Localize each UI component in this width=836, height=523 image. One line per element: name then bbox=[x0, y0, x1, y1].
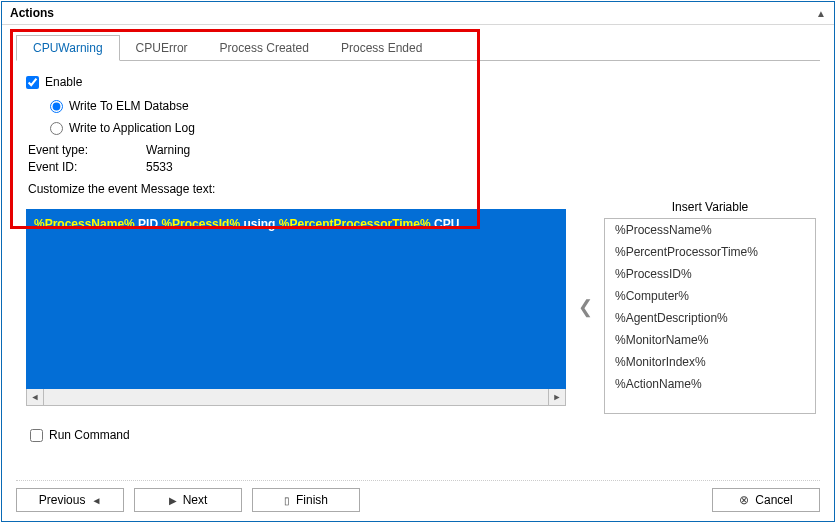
radio-applog-label: Write to Application Log bbox=[69, 121, 195, 135]
event-type-value: Warning bbox=[146, 143, 816, 157]
tab-cpuwarning[interactable]: CPUWarning bbox=[16, 35, 120, 61]
actions-panel: Actions ▲ CPUWarning CPUError Process Cr… bbox=[1, 1, 835, 522]
radio-elm-row[interactable]: Write To ELM Databse bbox=[50, 99, 816, 113]
message-wrap: %ProcessName% PID %ProcessId% using %Per… bbox=[26, 209, 566, 406]
message-variable: %PercentProcessorTime% bbox=[279, 217, 431, 231]
event-id-label: Event ID: bbox=[28, 160, 128, 174]
previous-icon: ◄ bbox=[91, 495, 101, 506]
panel-title: Actions bbox=[10, 6, 54, 20]
finish-icon: ▯ bbox=[284, 495, 290, 506]
variable-item[interactable]: %Computer% bbox=[605, 285, 815, 307]
insert-variable-arrow-icon[interactable]: ❮ bbox=[574, 296, 596, 318]
tabs-row: CPUWarning CPUError Process Created Proc… bbox=[16, 35, 820, 61]
variable-item[interactable]: %ProcessName% bbox=[605, 219, 815, 241]
message-text: PID bbox=[135, 217, 162, 231]
panel-content: CPUWarning CPUError Process Created Proc… bbox=[2, 25, 834, 520]
tab-cpuerror[interactable]: CPUError bbox=[120, 36, 204, 60]
tab-process-ended[interactable]: Process Ended bbox=[325, 36, 438, 60]
cancel-icon: ⊗ bbox=[739, 493, 749, 507]
message-variable: %ProcessName% bbox=[34, 217, 135, 231]
variable-item[interactable]: %ActionName% bbox=[605, 373, 815, 395]
variable-item[interactable]: %MonitorIndex% bbox=[605, 351, 815, 373]
run-command-label: Run Command bbox=[49, 428, 130, 442]
message-text: using bbox=[240, 217, 279, 231]
variable-item[interactable]: %AgentDescription% bbox=[605, 307, 815, 329]
next-label: Next bbox=[183, 493, 208, 507]
enable-checkbox-row[interactable]: Enable bbox=[26, 75, 816, 89]
variable-item[interactable]: %ProcessID% bbox=[605, 263, 815, 285]
event-type-label: Event type: bbox=[28, 143, 128, 157]
write-target-group: Write To ELM Databse Write to Applicatio… bbox=[26, 99, 816, 135]
insert-variable-title: Insert Variable bbox=[604, 200, 816, 214]
customize-label: Customize the event Message text: bbox=[28, 182, 816, 196]
tab-process-created[interactable]: Process Created bbox=[204, 36, 325, 60]
radio-elm[interactable] bbox=[50, 100, 63, 113]
horizontal-scrollbar[interactable]: ◄ ► bbox=[26, 389, 566, 406]
radio-elm-label: Write To ELM Databse bbox=[69, 99, 189, 113]
next-icon: ▶ bbox=[169, 495, 177, 506]
scroll-right-icon[interactable]: ► bbox=[548, 389, 565, 405]
message-text: CPU bbox=[431, 217, 460, 231]
button-spacer bbox=[370, 488, 702, 512]
cancel-button[interactable]: ⊗ Cancel bbox=[712, 488, 820, 512]
form-area: Enable Write To ELM Databse Write to App… bbox=[16, 61, 820, 444]
run-command-checkbox[interactable] bbox=[30, 429, 43, 442]
enable-label: Enable bbox=[45, 75, 82, 89]
event-id-value: 5533 bbox=[146, 160, 816, 174]
previous-button[interactable]: Previous ◄ bbox=[16, 488, 124, 512]
event-info-grid: Event type: Warning Event ID: 5533 bbox=[28, 143, 816, 174]
variable-panel: Insert Variable %ProcessName%%PercentPro… bbox=[604, 200, 816, 414]
panel-header: Actions ▲ bbox=[2, 2, 834, 25]
scroll-left-icon[interactable]: ◄ bbox=[27, 389, 44, 405]
next-button[interactable]: ▶ Next bbox=[134, 488, 242, 512]
scroll-track[interactable] bbox=[44, 389, 548, 405]
cancel-label: Cancel bbox=[755, 493, 792, 507]
finish-label: Finish bbox=[296, 493, 328, 507]
previous-label: Previous bbox=[39, 493, 86, 507]
variable-item[interactable]: %MonitorName% bbox=[605, 329, 815, 351]
message-textbox[interactable]: %ProcessName% PID %ProcessId% using %Per… bbox=[26, 209, 566, 389]
run-command-row[interactable]: Run Command bbox=[30, 428, 816, 442]
message-editor-row: %ProcessName% PID %ProcessId% using %Per… bbox=[26, 200, 816, 414]
collapse-icon[interactable]: ▲ bbox=[816, 8, 826, 19]
variable-list[interactable]: %ProcessName%%PercentProcessorTime%%Proc… bbox=[604, 218, 816, 414]
finish-button[interactable]: ▯ Finish bbox=[252, 488, 360, 512]
radio-applog-row[interactable]: Write to Application Log bbox=[50, 121, 816, 135]
radio-applog[interactable] bbox=[50, 122, 63, 135]
message-variable: %ProcessId% bbox=[161, 217, 240, 231]
enable-checkbox[interactable] bbox=[26, 76, 39, 89]
wizard-buttons: Previous ◄ ▶ Next ▯ Finish ⊗ Cancel bbox=[16, 480, 820, 512]
variable-item[interactable]: %PercentProcessorTime% bbox=[605, 241, 815, 263]
